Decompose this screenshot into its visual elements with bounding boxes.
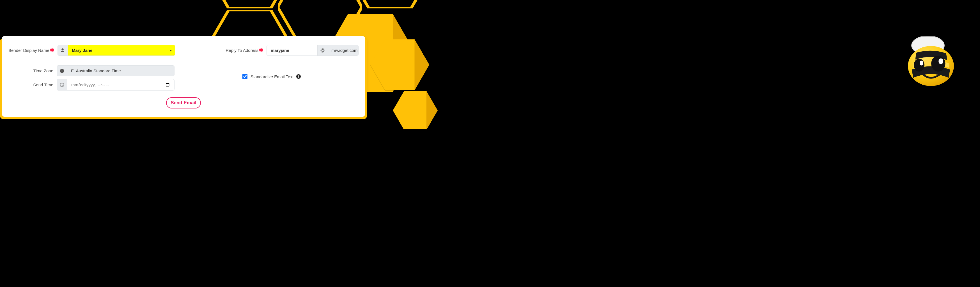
send-time-label: Send Time [8, 82, 53, 87]
svg-point-1 [912, 36, 944, 55]
reply-to-local-part-input[interactable] [267, 45, 317, 55]
time-zone-input-group: E. Australia Standard Time [57, 65, 175, 76]
email-settings-panel: Sender Display Name✱ Mary Jane ▾ Reply [2, 36, 365, 117]
bee-mascot [902, 36, 960, 90]
honeycomb-cell-solid [370, 39, 429, 90]
standardize-email-text-checkbox[interactable]: Standardize Email Text i [241, 73, 301, 80]
left-column: Time Zone E. Australia Standard Time Sen… [8, 65, 175, 90]
svg-point-4 [914, 59, 924, 71]
sender-display-name-label: Sender Display Name✱ [8, 48, 54, 53]
sender-display-name-select[interactable]: Mary Jane [68, 45, 175, 55]
time-zone-label: Time Zone [8, 68, 53, 73]
info-icon[interactable]: i [296, 74, 301, 79]
standardize-email-text-label: Standardize Email Text [251, 74, 293, 79]
button-row: Send Email [8, 97, 358, 108]
honeycomb-cell [348, 0, 432, 8]
right-column: Standardize Email Text i [183, 65, 358, 88]
sender-display-name-input-group: Mary Jane ▾ [57, 45, 175, 56]
time-zone-field: Time Zone E. Australia Standard Time [8, 65, 175, 76]
send-email-button[interactable]: Send Email [166, 97, 201, 108]
reply-to-input-group: @ mrwidget.com.au [267, 45, 358, 56]
required-asterisk: ✱ [259, 48, 263, 53]
svg-point-3 [931, 56, 945, 72]
send-time-input-group [57, 79, 175, 90]
at-icon: @ [317, 45, 328, 55]
stage: Sender Display Name✱ Mary Jane ▾ Reply [0, 0, 980, 129]
form-row-2: Time Zone E. Australia Standard Time Sen… [8, 65, 358, 90]
person-icon [58, 45, 68, 55]
reply-to-domain: mrwidget.com.au [328, 45, 358, 55]
svg-point-2 [908, 46, 954, 86]
time-zone-value: E. Australia Standard Time [67, 66, 174, 76]
honeycomb-cell-solid [393, 91, 438, 129]
reply-to-field: Reply To Address✱ @ mrwidget.com.au [224, 45, 358, 56]
clock-outline-icon [57, 79, 67, 90]
form-row-1: Sender Display Name✱ Mary Jane ▾ Reply [8, 45, 358, 56]
send-time-field: Send Time [8, 79, 175, 90]
svg-point-5 [939, 58, 943, 64]
sender-display-name-field: Sender Display Name✱ Mary Jane ▾ [8, 45, 175, 56]
required-asterisk: ✱ [50, 48, 54, 53]
reply-to-label: Reply To Address✱ [224, 48, 263, 53]
svg-point-6 [920, 61, 923, 66]
send-time-input[interactable] [67, 79, 174, 90]
clock-icon [57, 66, 67, 76]
standardize-email-text-input[interactable] [242, 74, 247, 79]
